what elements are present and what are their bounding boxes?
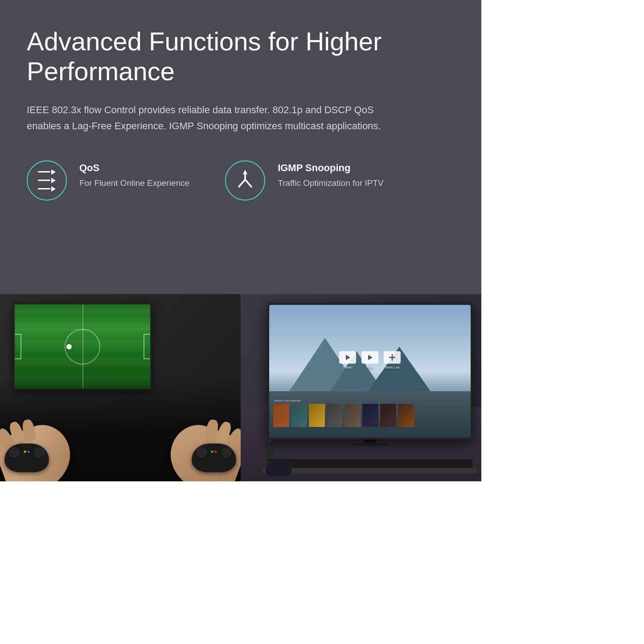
right-hand-area [156, 401, 241, 481]
igmp-icon [234, 168, 257, 193]
tv-action-trailer[interactable]: Trailer [339, 351, 356, 369]
tv-table [263, 468, 477, 473]
qos-arrowhead-1 [51, 169, 56, 175]
qos-arrowhead-2 [51, 178, 56, 183]
left-controller [4, 443, 49, 472]
trailer-label: Trailer [343, 365, 353, 369]
wishlist-icon-box [384, 351, 401, 364]
play-label: Play [366, 365, 373, 369]
movie-thumb-8 [398, 404, 414, 427]
tv-base [352, 443, 388, 446]
qos-line-1 [38, 171, 50, 172]
movie-thumbnails-row [273, 404, 467, 427]
description-text: IEEE 802.3x flow Control provides reliab… [27, 102, 392, 133]
qos-arrow-3 [38, 186, 56, 192]
movie-thumb-5 [345, 404, 361, 427]
features-row: QoS For Fluent Online Experience [27, 160, 455, 201]
qos-description: For Fluent Online Experience [79, 177, 189, 189]
movie-thumb-3 [309, 404, 325, 427]
wishlist-label: Wish List [385, 365, 399, 369]
qos-line-2 [38, 180, 50, 181]
right-controller [192, 443, 236, 472]
gaming-background [0, 294, 241, 481]
soundbar [267, 459, 472, 468]
qos-line-3 [38, 188, 50, 189]
igmp-icon-circle [225, 160, 265, 201]
svg-line-2 [245, 180, 251, 187]
movie-thumb-4 [327, 404, 343, 427]
tv-left [13, 303, 152, 390]
tv-screen: Trailer Play [269, 305, 471, 438]
qos-arrow-1 [38, 169, 56, 175]
feature-qos: QoS For Fluent Online Experience [27, 160, 189, 201]
feature-igmp: IGMP Snooping Traffic Optimization for I… [225, 160, 384, 201]
qos-arrow-2 [38, 178, 56, 183]
tv-streaming-scene: Trailer Play [241, 294, 481, 481]
tv-stand [363, 439, 377, 443]
movie-thumb-6 [362, 404, 378, 427]
page-title: Advanced Functions for Higher Performanc… [27, 27, 455, 86]
svg-marker-3 [243, 170, 247, 174]
qos-text: QoS For Fluent Online Experience [79, 160, 189, 189]
movie-thumb-1 [273, 404, 289, 427]
qos-title: QoS [79, 162, 189, 174]
movie-thumb-7 [380, 404, 396, 427]
also-watched-section: Viewers Also Watched [273, 399, 467, 427]
soccer-field [15, 304, 150, 389]
qos-icon [38, 169, 56, 192]
page-container: Advanced Functions for Higher Performanc… [0, 0, 481, 481]
tv-actions: Trailer Play [339, 351, 401, 369]
svg-line-1 [239, 180, 245, 187]
tv-right-container: Trailer Play [267, 303, 472, 455]
top-section: Advanced Functions for Higher Performanc… [0, 0, 481, 294]
play-icon-box [361, 351, 378, 364]
trailer-icon-box [339, 351, 356, 364]
game-controller-floor [265, 461, 292, 477]
igmp-title: IGMP Snooping [278, 162, 384, 174]
igmp-text: IGMP Snooping Traffic Optimization for I… [278, 160, 384, 189]
tv-right-body: Trailer Play [267, 303, 472, 439]
qos-arrowhead-3 [51, 186, 56, 192]
tv-action-wishlist[interactable]: Wish List [384, 351, 401, 369]
also-watched-label: Viewers Also Watched [273, 399, 467, 402]
svg-marker-5 [368, 355, 373, 360]
tv-right-background: Trailer Play [241, 294, 481, 481]
qos-icon-circle [27, 160, 67, 201]
bottom-section: Trailer Play [0, 294, 481, 481]
gaming-scene [0, 294, 241, 481]
svg-marker-4 [346, 355, 350, 360]
movie-thumb-2 [291, 404, 307, 427]
left-hand-area [0, 401, 85, 481]
igmp-description: Traffic Optimization for IPTV [278, 177, 384, 189]
tv-action-play[interactable]: Play [361, 351, 378, 369]
